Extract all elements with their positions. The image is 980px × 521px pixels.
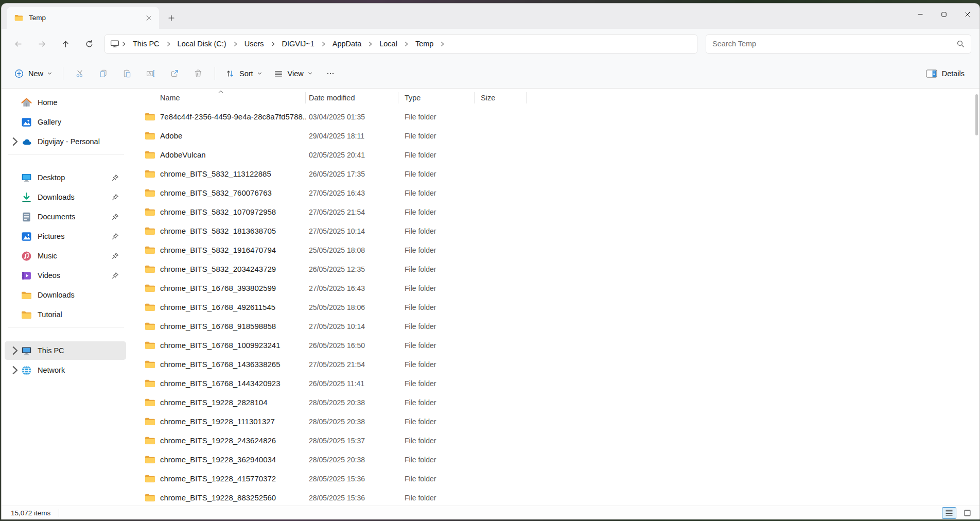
nav-buttons bbox=[8, 34, 99, 54]
cut-button[interactable] bbox=[68, 63, 92, 84]
file-row[interactable]: chrome_BITS_16768_100992324126/05/2025 1… bbox=[141, 336, 979, 355]
chevron-right-icon[interactable] bbox=[9, 135, 21, 148]
copy-icon bbox=[99, 69, 108, 78]
file-date-modified: 03/04/2025 01:35 bbox=[306, 113, 398, 121]
column-header-size[interactable]: Size bbox=[475, 92, 527, 103]
delete-button[interactable] bbox=[186, 63, 210, 84]
file-row[interactable]: chrome_BITS_16768_39380259927/05/2025 16… bbox=[141, 279, 979, 298]
folder-icon bbox=[145, 474, 155, 483]
column-header-name[interactable]: Name bbox=[141, 92, 306, 103]
file-name-cell: Adobe bbox=[141, 131, 306, 140]
file-row[interactable]: chrome_BITS_16768_143633826527/05/2025 2… bbox=[141, 355, 979, 374]
breadcrumb-item-users[interactable]: Users bbox=[240, 38, 269, 50]
cut-icon bbox=[75, 69, 84, 78]
breadcrumb-item-local-disk-c[interactable]: Local Disk (C:) bbox=[173, 38, 231, 50]
new-tab-button[interactable] bbox=[165, 12, 178, 24]
file-name: chrome_BITS_19228_111301327 bbox=[160, 417, 275, 426]
sidebar-item-downloads[interactable]: Downloads bbox=[5, 286, 126, 304]
file-row[interactable]: 7e84c44f-2356-4459-9e4a-28c8a7fd5788...0… bbox=[141, 107, 979, 126]
share-button[interactable] bbox=[163, 63, 186, 84]
file-row[interactable]: chrome_BITS_5832_191647079425/05/2025 18… bbox=[141, 240, 979, 259]
vertical-scrollbar[interactable] bbox=[975, 94, 978, 135]
file-row[interactable]: chrome_BITS_5832_76007676327/05/2025 16:… bbox=[141, 183, 979, 202]
expander-spacer bbox=[9, 96, 21, 109]
file-row[interactable]: chrome_BITS_19228_88325256028/05/2025 15… bbox=[141, 488, 979, 506]
file-row[interactable]: chrome_BITS_5832_11312288526/05/2025 17:… bbox=[141, 164, 979, 183]
file-row[interactable]: chrome_BITS_16768_144342092326/05/2025 1… bbox=[141, 374, 979, 393]
details-view-button[interactable] bbox=[942, 507, 956, 519]
file-name-cell: chrome_BITS_16768_1436338265 bbox=[141, 360, 306, 369]
column-header-date-modified[interactable]: Date modified bbox=[306, 92, 398, 103]
breadcrumb-item-temp[interactable]: Temp bbox=[411, 38, 438, 50]
sort-icon bbox=[225, 69, 235, 78]
close-button[interactable] bbox=[956, 4, 979, 25]
file-row[interactable]: chrome_BITS_19228_24362482628/05/2025 15… bbox=[141, 431, 979, 450]
file-row[interactable]: chrome_BITS_19228_36294003428/05/2025 20… bbox=[141, 450, 979, 469]
search-box[interactable] bbox=[706, 34, 971, 54]
sidebar-item-label: Downloads bbox=[38, 193, 75, 201]
new-button[interactable]: New bbox=[9, 65, 58, 82]
sidebar-item-digvijay-personal[interactable]: Digvijay - Personal bbox=[5, 132, 126, 151]
file-row[interactable]: chrome_BITS_16768_91859885827/05/2025 10… bbox=[141, 317, 979, 336]
address-bar[interactable]: This PCLocal Disk (C:)UsersDIGVIJ~1AppDa… bbox=[104, 34, 697, 54]
sidebar-item-desktop[interactable]: Desktop bbox=[5, 168, 126, 187]
back-button[interactable] bbox=[8, 34, 28, 54]
details-button[interactable]: Details bbox=[920, 65, 970, 82]
breadcrumb-item-digvij-1[interactable]: DIGVIJ~1 bbox=[277, 38, 319, 50]
tab-close-button[interactable] bbox=[143, 12, 155, 24]
file-date-modified: 28/05/2025 15:36 bbox=[306, 475, 398, 483]
sidebar-item-videos[interactable]: Videos bbox=[5, 266, 126, 285]
refresh-button[interactable] bbox=[79, 34, 99, 54]
copy-button[interactable] bbox=[92, 63, 115, 84]
more-icon bbox=[326, 69, 335, 78]
paste-button[interactable] bbox=[115, 63, 139, 84]
minimize-button[interactable] bbox=[908, 4, 932, 25]
forward-button[interactable] bbox=[31, 34, 52, 54]
file-row[interactable]: chrome_BITS_19228_282810428/05/2025 20:3… bbox=[141, 393, 979, 412]
file-row[interactable]: chrome_BITS_19228_11130132728/05/2025 20… bbox=[141, 412, 979, 431]
breadcrumb-item-local[interactable]: Local bbox=[375, 38, 402, 50]
sidebar-item-this-pc[interactable]: This PC bbox=[5, 341, 126, 360]
sidebar-item-tutorial[interactable]: Tutorial bbox=[5, 305, 126, 324]
view-button[interactable]: View bbox=[268, 65, 319, 82]
file-row[interactable]: AdobeVulcan02/05/2025 20:41File folder bbox=[141, 145, 979, 164]
chevron-right-icon[interactable] bbox=[9, 364, 21, 376]
file-type: File folder bbox=[398, 341, 475, 350]
folder-icon bbox=[145, 436, 155, 445]
sidebar-item-label: Pictures bbox=[38, 232, 64, 240]
sidebar-item-music[interactable]: Music bbox=[5, 247, 126, 265]
chevron-right-icon[interactable] bbox=[9, 344, 21, 357]
sort-button-label: Sort bbox=[239, 70, 253, 78]
sidebar-item-downloads[interactable]: Downloads bbox=[5, 188, 126, 206]
maximize-button[interactable] bbox=[932, 4, 956, 25]
sidebar-item-home[interactable]: Home bbox=[5, 93, 126, 112]
column-header-type[interactable]: Type bbox=[398, 92, 475, 103]
items-count: 15,072 items bbox=[11, 509, 50, 517]
rename-button[interactable] bbox=[139, 63, 163, 84]
details-panel-icon bbox=[926, 69, 937, 78]
file-row[interactable]: chrome_BITS_19228_41577037228/05/2025 15… bbox=[141, 469, 979, 488]
file-row[interactable]: chrome_BITS_5832_107097295827/05/2025 21… bbox=[141, 202, 979, 221]
file-row[interactable]: Adobe29/04/2025 18:11File folder bbox=[141, 126, 979, 145]
pin-icon bbox=[112, 213, 119, 220]
main-area: HomeGalleryDigvijay - PersonalDesktopDow… bbox=[2, 89, 979, 506]
file-row[interactable]: chrome_BITS_16768_49261154525/05/2025 18… bbox=[141, 298, 979, 317]
sort-button[interactable]: Sort bbox=[220, 65, 268, 82]
tab-temp[interactable]: Temp bbox=[7, 7, 159, 29]
sidebar-item-pictures[interactable]: Pictures bbox=[5, 227, 126, 246]
file-row[interactable]: chrome_BITS_5832_181363870527/05/2025 10… bbox=[141, 221, 979, 240]
breadcrumb-item-this-pc[interactable]: This PC bbox=[128, 38, 164, 50]
more-button[interactable] bbox=[319, 63, 342, 84]
up-button[interactable] bbox=[55, 34, 76, 54]
breadcrumb-item-appdata[interactable]: AppData bbox=[328, 38, 366, 50]
file-name-cell: 7e84c44f-2356-4459-9e4a-28c8a7fd5788... bbox=[141, 112, 306, 121]
file-row[interactable]: chrome_BITS_5832_203424372926/05/2025 12… bbox=[141, 259, 979, 279]
videos-icon bbox=[21, 270, 32, 281]
sidebar-item-gallery[interactable]: Gallery bbox=[5, 113, 126, 131]
sidebar-item-network[interactable]: Network bbox=[5, 361, 126, 379]
search-input[interactable] bbox=[712, 40, 952, 48]
file-name: chrome_BITS_5832_1070972958 bbox=[160, 207, 276, 216]
sidebar-item-documents[interactable]: Documents bbox=[5, 207, 126, 226]
file-date-modified: 25/05/2025 18:06 bbox=[306, 303, 398, 311]
thumbnails-view-button[interactable] bbox=[960, 507, 974, 519]
